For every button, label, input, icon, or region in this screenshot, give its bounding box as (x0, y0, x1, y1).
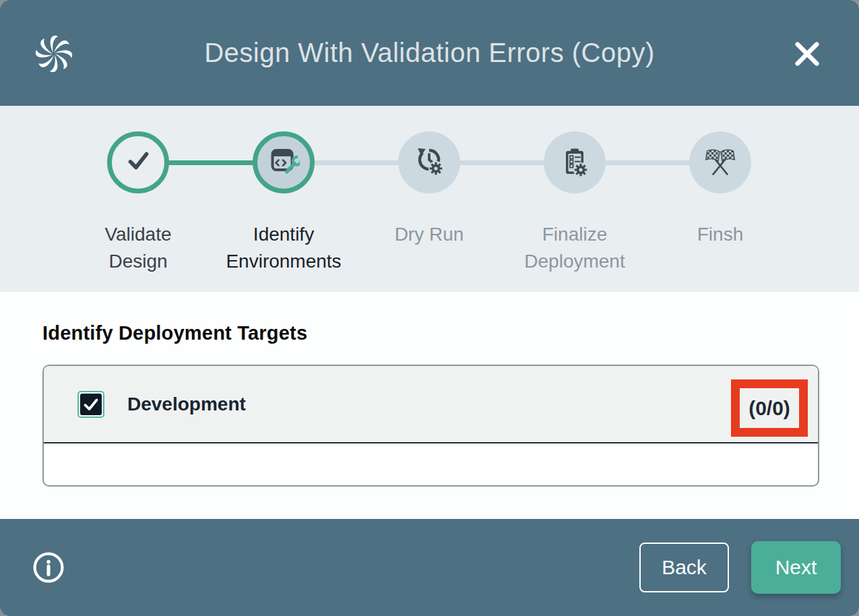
stepper-circles (0, 131, 859, 193)
next-button[interactable]: Next (751, 541, 841, 594)
info-button[interactable] (31, 550, 66, 585)
target-count: (0/0) (749, 397, 790, 420)
wizard-dialog: Design With Validation Errors (Copy) (0, 0, 859, 616)
stepper-labels: Validate Design Identify Environments Dr… (0, 221, 859, 275)
header-bar: Design With Validation Errors (Copy) (0, 0, 859, 106)
footer-bar: Back Next (0, 519, 859, 616)
step-label-validate-design: Validate Design (65, 221, 211, 275)
clipboard-gear-icon (559, 145, 591, 180)
close-icon (792, 61, 822, 71)
wizard-stepper: Validate Design Identify Environments Dr… (0, 106, 859, 292)
target-row-development: Development (44, 366, 818, 443)
step-circle-identify-environments (253, 131, 315, 193)
check-icon (121, 144, 155, 181)
pinwheel-logo-icon (35, 34, 73, 72)
step-label-identify-environments: Identify Environments (211, 221, 356, 275)
checkered-flags-icon (703, 144, 738, 181)
connector-2 (311, 160, 402, 165)
history-gear-icon (413, 145, 445, 180)
target-name: Development (127, 394, 246, 415)
connector-1 (165, 160, 257, 165)
connector-3 (456, 160, 548, 165)
step-circle-finish (689, 131, 751, 193)
development-checkbox[interactable] (77, 391, 104, 418)
code-window-wrench-icon (267, 145, 300, 180)
step-circle-dry-run (398, 131, 460, 193)
connector-4 (602, 160, 693, 165)
step-circle-validate-design (107, 131, 169, 193)
back-button[interactable]: Back (639, 543, 729, 592)
annotation-rectangle: (0/0) (731, 379, 808, 437)
deployment-targets-box: Development (0/0) (42, 365, 819, 487)
step-label-dry-run: Dry Run (356, 221, 502, 275)
step-label-finish: Finsh (647, 221, 793, 275)
content-heading: Identify Deployment Targets (42, 322, 819, 344)
step-circle-finalize-deployment (544, 131, 606, 193)
step-content: Identify Deployment Targets Development … (0, 292, 859, 519)
info-icon (31, 577, 66, 587)
step-label-finalize-deployment: Finalize Deployment (502, 221, 647, 275)
checkbox-check-icon (80, 394, 102, 415)
close-button[interactable] (792, 39, 822, 69)
dialog-title: Design With Validation Errors (Copy) (204, 38, 655, 68)
